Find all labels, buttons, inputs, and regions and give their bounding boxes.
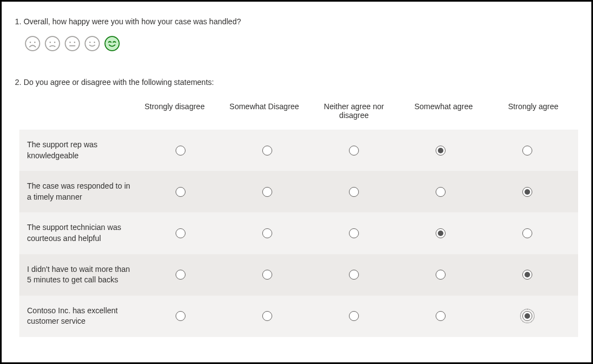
svg-point-5 — [54, 41, 56, 43]
likert-radio[interactable] — [436, 311, 446, 321]
radio-cell — [137, 270, 224, 280]
matrix-row: I didn't have to wait more than 5 minute… — [19, 254, 578, 296]
likert-radio[interactable] — [436, 228, 446, 238]
col-header: Strongly agree — [489, 102, 578, 120]
neutral-icon[interactable] — [65, 36, 80, 51]
radio-cell — [397, 187, 484, 197]
likert-radio[interactable] — [522, 270, 532, 280]
radio-cell — [397, 311, 484, 321]
svg-point-13 — [105, 36, 119, 51]
col-header: Neither agree nor disagree — [309, 102, 399, 120]
question-1: 1. Overall, how happy were you with how … — [15, 17, 578, 51]
radio-cell — [224, 146, 311, 156]
likert-radio[interactable] — [349, 311, 359, 321]
matrix-header-row: Strongly disagree Somewhat Disagree Neit… — [19, 97, 578, 130]
svg-point-10 — [85, 36, 99, 51]
radio-cell — [224, 270, 311, 280]
likert-matrix: Strongly disagree Somewhat Disagree Neit… — [19, 97, 578, 337]
radio-cell — [137, 146, 224, 156]
likert-radio[interactable] — [176, 228, 186, 238]
radio-cell — [311, 187, 398, 197]
very-happy-icon[interactable] — [104, 36, 120, 51]
row-label: The support technician was courteous and… — [27, 222, 137, 244]
radio-cell — [397, 270, 484, 280]
likert-radio[interactable] — [176, 187, 186, 197]
question-2: 2. Do you agree or disagree with the fol… — [15, 78, 578, 337]
col-header: Somewhat agree — [399, 102, 488, 120]
svg-point-7 — [70, 41, 71, 43]
likert-radio[interactable] — [349, 187, 359, 197]
radio-cell — [484, 270, 570, 280]
svg-point-8 — [74, 41, 76, 43]
sad-icon[interactable] — [45, 36, 60, 51]
radio-cell — [484, 146, 570, 156]
svg-point-4 — [50, 41, 51, 43]
row-label: Contoso Inc. has excellent customer serv… — [27, 306, 137, 327]
svg-point-3 — [45, 36, 60, 51]
row-label: The support rep was knowledgeable — [27, 140, 137, 161]
likert-radio[interactable] — [262, 146, 272, 156]
row-label: The case was responded to in a timely ma… — [27, 181, 137, 202]
radio-cell — [311, 146, 398, 156]
radio-cell — [484, 311, 570, 321]
svg-point-0 — [25, 36, 40, 51]
likert-radio[interactable] — [522, 228, 532, 238]
svg-point-12 — [94, 41, 96, 43]
likert-radio[interactable] — [262, 311, 272, 321]
likert-radio[interactable] — [436, 270, 446, 280]
q2-text: Do you agree or disagree with the follow… — [24, 78, 214, 87]
q1-number: 1. — [15, 17, 22, 26]
likert-radio[interactable] — [436, 146, 446, 156]
svg-point-1 — [30, 41, 31, 43]
radio-cell — [484, 228, 570, 238]
likert-radio[interactable] — [522, 311, 532, 321]
happy-icon[interactable] — [84, 36, 100, 51]
radio-cell — [311, 270, 398, 280]
matrix-row: The support rep was knowledgeable — [19, 130, 578, 171]
radio-cell — [484, 187, 570, 197]
very-sad-icon[interactable] — [25, 36, 40, 51]
radio-cell — [397, 228, 484, 238]
likert-radio[interactable] — [522, 187, 532, 197]
svg-point-11 — [89, 41, 91, 43]
likert-radio[interactable] — [436, 187, 446, 197]
svg-point-2 — [34, 41, 36, 43]
q2-number: 2. — [15, 78, 22, 87]
likert-radio[interactable] — [262, 187, 272, 197]
radio-cell — [137, 311, 224, 321]
likert-radio[interactable] — [262, 270, 272, 280]
radio-cell — [137, 228, 224, 238]
likert-radio[interactable] — [349, 270, 359, 280]
likert-radio[interactable] — [176, 270, 186, 280]
col-header: Somewhat Disagree — [219, 102, 309, 120]
row-label: I didn't have to wait more than 5 minute… — [27, 264, 137, 286]
q1-text: Overall, how happy were you with how you… — [24, 17, 241, 26]
matrix-row: The support technician was courteous and… — [19, 212, 578, 254]
svg-point-6 — [65, 36, 80, 51]
radio-cell — [224, 311, 311, 321]
smiley-rating — [25, 36, 578, 51]
matrix-row: Contoso Inc. has excellent customer serv… — [19, 296, 578, 337]
matrix-row: The case was responded to in a timely ma… — [19, 171, 578, 212]
radio-cell — [224, 228, 311, 238]
radio-cell — [397, 146, 484, 156]
radio-cell — [137, 187, 224, 197]
radio-cell — [311, 311, 398, 321]
likert-radio[interactable] — [262, 228, 272, 238]
likert-radio[interactable] — [349, 228, 359, 238]
radio-cell — [311, 228, 398, 238]
col-header: Strongly disagree — [130, 102, 219, 120]
likert-radio[interactable] — [522, 146, 532, 156]
likert-radio[interactable] — [176, 146, 186, 156]
likert-radio[interactable] — [349, 146, 359, 156]
likert-radio[interactable] — [176, 311, 186, 321]
radio-cell — [224, 187, 311, 197]
